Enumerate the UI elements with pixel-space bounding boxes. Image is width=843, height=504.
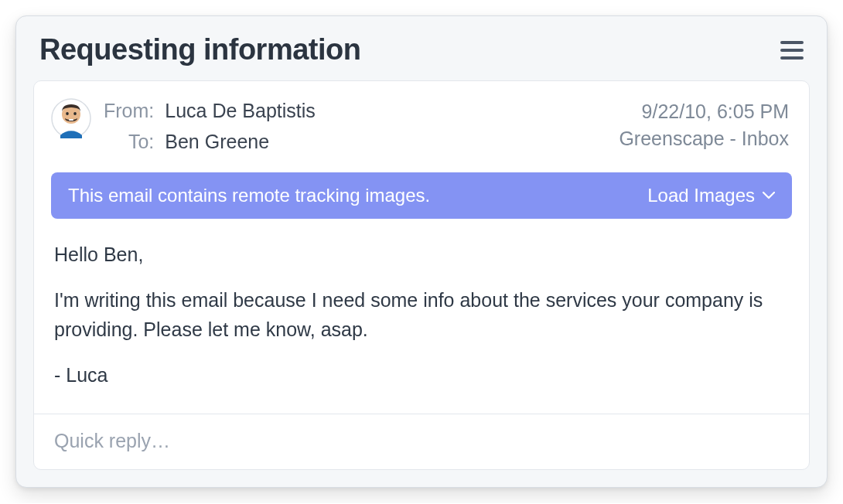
email-header: From: Luca De Baptistis To: Ben Greene 9…	[34, 81, 809, 165]
email-meta: From: Luca De Baptistis To: Ben Greene 9…	[104, 98, 789, 155]
to-label: To:	[104, 129, 154, 155]
chevron-down-icon	[763, 192, 775, 199]
email-meta-right: 9/22/10, 6:05 PM Greenscape - Inbox	[619, 98, 789, 152]
body-signoff: - Luca	[54, 361, 789, 390]
timestamp: 9/22/10, 6:05 PM	[619, 98, 789, 125]
email-body: Hello Ben, I'm writing this email becaus…	[34, 219, 809, 414]
menu-icon[interactable]	[780, 41, 804, 60]
tracking-banner: This email contains remote tracking imag…	[51, 172, 792, 219]
email-card: From: Luca De Baptistis To: Ben Greene 9…	[33, 80, 810, 470]
svg-point-3	[73, 112, 77, 115]
svg-rect-4	[69, 119, 73, 121]
banner-message: This email contains remote tracking imag…	[68, 185, 430, 206]
to-value: Ben Greene	[165, 129, 316, 155]
svg-point-2	[66, 112, 69, 115]
from-label: From:	[104, 98, 154, 124]
email-window: Requesting information F	[15, 15, 828, 488]
body-greeting: Hello Ben,	[54, 240, 789, 270]
email-meta-left: From: Luca De Baptistis To: Ben Greene	[104, 98, 316, 155]
body-paragraph: I'm writing this email because I need so…	[54, 286, 789, 344]
load-images-button[interactable]: Load Images	[647, 185, 775, 206]
titlebar: Requesting information	[16, 16, 827, 80]
from-value: Luca De Baptistis	[165, 98, 316, 124]
window-title: Requesting information	[39, 33, 360, 66]
load-images-label: Load Images	[647, 185, 755, 206]
quick-reply-input[interactable]	[34, 414, 809, 469]
avatar	[51, 98, 91, 138]
folder-label: Greenscape - Inbox	[619, 125, 789, 152]
quick-reply	[34, 414, 809, 469]
